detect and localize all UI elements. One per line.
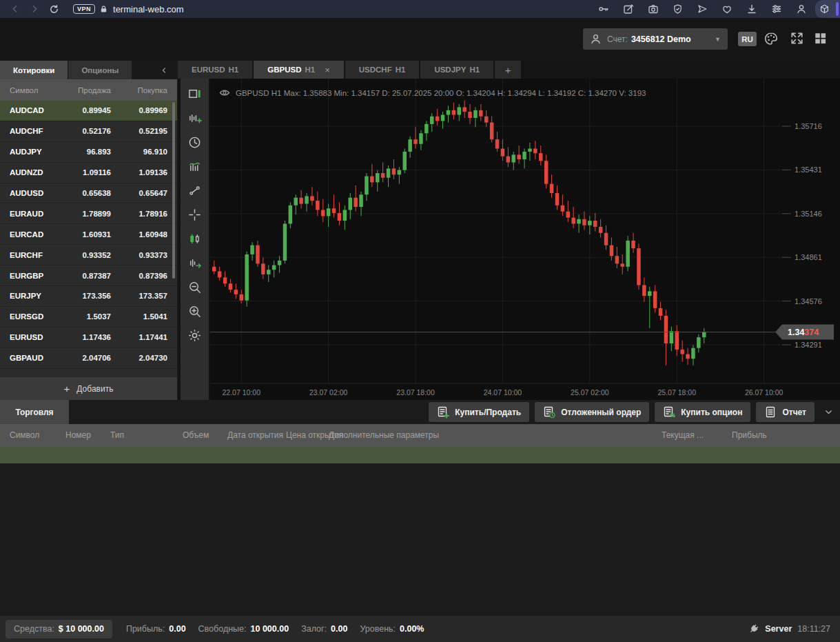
download-icon[interactable] <box>746 3 757 14</box>
quote-row[interactable]: AUDJPY96.89396.910 <box>0 142 177 163</box>
trade-column-header: Номер <box>65 430 91 440</box>
app-topbar: Счет: 3456812 Demo ▼ RU <box>0 18 840 61</box>
account-selector[interactable]: Счет: 3456812 Demo ▼ <box>583 28 728 50</box>
tab-options[interactable]: Опционы <box>68 61 132 79</box>
forward-icon[interactable] <box>25 4 44 14</box>
cube-extension-icon[interactable] <box>819 3 830 14</box>
close-tab-icon[interactable]: × <box>325 65 330 75</box>
chart-tab-usdchf[interactable]: USDCHFH1 <box>345 61 420 79</box>
account-label: Счет: <box>607 34 628 44</box>
zoom-out-icon[interactable] <box>185 277 205 297</box>
quote-symbol: AUDNZD <box>10 168 69 177</box>
trade-tabrow: Торговля Купить/Продать Отложенный ордер… <box>0 400 840 424</box>
price-axis: 1.357161.354311.351461.348611.345761.342… <box>795 122 822 349</box>
chart-window-icon[interactable] <box>185 84 205 103</box>
vpn-badge[interactable]: VPN <box>73 4 95 14</box>
quote-buy-price: 0.93373 <box>111 251 167 259</box>
quote-symbol: EURCAD <box>10 230 69 239</box>
add-indicator-icon[interactable] <box>185 108 205 128</box>
trading-terminal: VPN terminal-web.com Счет: 3456812 Demo … <box>0 0 840 642</box>
back-icon[interactable] <box>6 4 25 14</box>
shield-check-icon[interactable] <box>673 3 683 14</box>
quote-buy-price: 0.52195 <box>111 127 167 135</box>
camera-icon[interactable] <box>648 3 659 14</box>
time-axis-label: 23.07 18:00 <box>396 388 435 397</box>
chart-type-candles-icon[interactable] <box>185 229 205 248</box>
quote-symbol: EURUSD <box>10 333 69 341</box>
chart-tab-eurusd[interactable]: EURUSDH1 <box>178 61 252 79</box>
account-person-icon <box>590 33 602 45</box>
quote-row[interactable]: EURSGD1.50371.5041 <box>0 307 177 328</box>
quote-row[interactable]: EURCAD1.609311.60948 <box>0 224 177 245</box>
quote-row[interactable]: AUDCAD0.899450.89969 <box>0 101 177 121</box>
chart-tab-usdjpy[interactable]: USDJPYH1 <box>420 61 493 79</box>
quote-row[interactable]: AUDNZD1.091161.09136 <box>0 163 177 183</box>
collapse-panel-icon[interactable] <box>161 61 177 79</box>
trade-panel: Торговля Купить/Продать Отложенный ордер… <box>0 400 840 616</box>
quote-buy-price: 1.78916 <box>111 210 167 218</box>
tab-trade[interactable]: Торговля <box>0 400 69 424</box>
chart-tab-gbpusd[interactable]: GBPUSDH1× <box>254 61 344 79</box>
chart-canvas[interactable]: 22.07 10:0023.07 02:0023.07 18:0024.07 1… <box>210 79 840 400</box>
quote-symbol: EURAUD <box>10 210 69 218</box>
chart-toolbar <box>181 79 209 400</box>
report-button[interactable]: Отчет <box>756 402 815 422</box>
quote-row[interactable]: EURCHF0.933520.93373 <box>0 245 177 265</box>
quotes-scrollbar[interactable] <box>172 102 175 279</box>
chevron-down-icon: ▼ <box>715 36 721 43</box>
browser-scrollbar-thumb[interactable] <box>836 2 839 16</box>
trendline-tool-icon[interactable] <box>185 181 205 200</box>
tab-quotes[interactable]: Котировки <box>0 61 68 79</box>
visibility-icon[interactable] <box>219 88 230 97</box>
zoom-in-icon[interactable] <box>185 301 205 321</box>
send-icon[interactable] <box>697 3 708 14</box>
chevron-down-icon[interactable] <box>824 408 833 417</box>
free-margin-item: Свободные: 10 000.00 <box>198 624 289 634</box>
quote-symbol: EURJPY <box>10 292 69 300</box>
report-label: Отчет <box>782 408 806 417</box>
quote-sell-price: 173.356 <box>69 292 111 300</box>
timeframe-clock-icon[interactable] <box>185 132 205 152</box>
buy-sell-button[interactable]: Купить/Продать <box>429 402 529 422</box>
key-icon[interactable] <box>598 3 609 14</box>
profit-label: Прибыль: <box>126 624 165 634</box>
add-symbol-button[interactable]: + Добавить <box>0 377 177 400</box>
add-chart-tab-button[interactable]: + <box>495 61 521 79</box>
indicators-icon[interactable] <box>185 157 205 176</box>
quote-symbol: AUDUSD <box>10 189 69 197</box>
pending-order-button[interactable]: Отложенный ордер <box>535 402 649 422</box>
quote-row[interactable]: AUDCHF0.521760.52195 <box>0 121 177 142</box>
quote-sell-price: 0.65638 <box>69 189 111 197</box>
chart-tab-symbol: USDJPY <box>434 66 466 74</box>
heart-icon[interactable] <box>721 3 733 14</box>
price-axis-label: 1.35146 <box>795 210 822 218</box>
time-axis-label: 23.07 02:00 <box>309 388 348 397</box>
buy-option-button[interactable]: Купить опцион <box>655 402 750 422</box>
column-header-sell: Продажа <box>69 86 111 94</box>
fullscreen-icon[interactable] <box>790 31 804 46</box>
quote-row[interactable]: AUDUSD0.656380.65647 <box>0 183 177 204</box>
browser-toolbar-icons <box>598 3 807 14</box>
language-button[interactable]: RU <box>738 32 757 46</box>
layout-grid-icon[interactable] <box>813 31 828 46</box>
server-label: Server <box>765 624 792 634</box>
compose-icon[interactable] <box>623 3 634 14</box>
quote-row[interactable]: EURUSD1.174361.17441 <box>0 328 177 348</box>
quote-sell-price: 0.87387 <box>69 272 111 280</box>
person-icon[interactable] <box>796 3 807 14</box>
quote-row[interactable]: EURAUD1.788991.78916 <box>0 203 177 224</box>
quotes-table-header: Символ Продажа Покупка <box>0 79 177 101</box>
palette-icon[interactable] <box>764 31 779 46</box>
lock-icon <box>99 4 108 14</box>
refresh-icon[interactable] <box>44 4 63 14</box>
quote-row[interactable]: EURJPY173.356173.357 <box>0 286 177 307</box>
autoscroll-icon[interactable] <box>185 253 205 272</box>
quote-row[interactable]: EURGBP0.873870.87396 <box>0 265 177 286</box>
crosshair-icon[interactable] <box>185 205 205 224</box>
chart-settings-icon[interactable] <box>185 325 205 345</box>
tune-icon[interactable] <box>771 3 782 14</box>
address-url[interactable]: terminal-web.com <box>113 4 184 14</box>
quote-row[interactable]: GBPAUD2.047062.04730 <box>0 348 177 369</box>
price-axis-label: 1.35431 <box>795 165 822 174</box>
quote-sell-price: 0.93352 <box>69 251 111 259</box>
